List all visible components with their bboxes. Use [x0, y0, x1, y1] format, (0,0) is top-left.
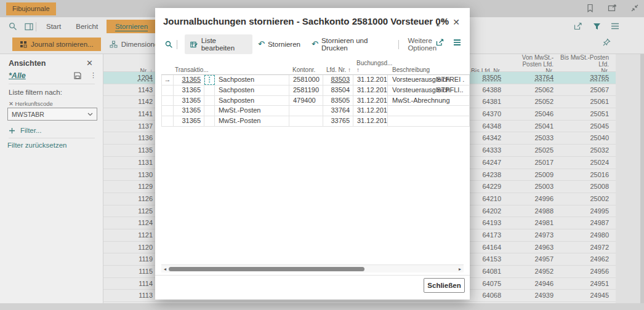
row-options-icon[interactable]	[204, 106, 215, 116]
row-options-icon[interactable]	[204, 96, 215, 106]
col-kontonr[interactable]: Kontonr.	[289, 66, 323, 73]
cell-value[interactable]: 33764	[504, 72, 556, 84]
cell-value[interactable]: 33764	[323, 106, 353, 116]
cell-value	[388, 106, 470, 116]
scrollbar-thumb[interactable]	[169, 267, 364, 271]
cell-value: 24963	[504, 242, 556, 253]
cell-value[interactable]: 31365	[174, 96, 204, 106]
tab-stornieren[interactable]: Stornieren	[107, 20, 156, 33]
open-new-window-icon[interactable]	[608, 4, 617, 13]
share-icon[interactable]	[574, 22, 583, 30]
col-lfd-nr[interactable]: Lfd. Nr. ↑	[323, 66, 353, 73]
cell-value[interactable]: 31365	[174, 116, 204, 126]
cell-value: 31.12.2017	[353, 106, 388, 116]
cell-value: 25002	[556, 193, 611, 205]
schliessen-button[interactable]: Schließen	[424, 278, 465, 293]
scroll-left-icon[interactable]: ◂	[164, 266, 166, 272]
edit-list-button[interactable]: Liste bearbeiten	[185, 34, 252, 54]
tab-bericht[interactable]: Bericht	[68, 23, 105, 30]
cell-value	[289, 106, 323, 116]
filter-field-label[interactable]: ✕ Herkunftscode	[9, 100, 53, 107]
row-options-icon[interactable]	[204, 116, 215, 126]
view-more-icon[interactable]: ⋮	[90, 71, 97, 79]
unpin-filter-pane-icon[interactable]	[603, 38, 611, 46]
list-menu-icon[interactable]	[611, 23, 619, 30]
save-view-icon[interactable]	[74, 72, 81, 79]
col-buchungsdatum[interactable]: Buchungsd...↑	[353, 60, 388, 73]
filter-icon[interactable]	[593, 23, 601, 30]
cell-value: 24939	[504, 290, 556, 301]
cell-value	[161, 96, 174, 106]
list-right-gutter	[616, 54, 640, 303]
reset-filters-link[interactable]: Filter zurücksetzen	[7, 141, 67, 149]
cell-value: 25017	[504, 157, 556, 169]
plus-icon	[9, 127, 15, 134]
dialog-table-row[interactable]: →31365⋮Sachposten25810008350331.12.2017V…	[161, 75, 470, 85]
cell-value[interactable]: 83505	[323, 96, 353, 106]
cell-value[interactable]: 33765	[323, 116, 353, 126]
cell-value: 479400	[289, 96, 323, 106]
dimensions-icon	[110, 41, 118, 48]
search-icon[interactable]	[165, 41, 173, 49]
scroll-right-icon[interactable]: ▸	[459, 266, 461, 272]
tab-start[interactable]: Start	[39, 23, 68, 30]
cell-value: MwSt.-Abrechnung	[388, 96, 470, 106]
cell-value[interactable]: 31365	[174, 75, 204, 85]
stornieren-und-drucken-button[interactable]: ↶ Stornieren und Drucken	[306, 34, 395, 54]
col-beschreibung[interactable]: Beschreibung	[388, 66, 470, 73]
collapse-icon[interactable]	[630, 4, 639, 13]
cell-value[interactable]: 31365	[174, 85, 204, 95]
close-dialog-icon[interactable]: ✕	[453, 17, 460, 27]
bookmark-icon[interactable]	[586, 4, 594, 13]
cell-value: 24987	[556, 217, 611, 229]
vertical-scrollbar[interactable]	[640, 54, 644, 303]
share-icon[interactable]	[436, 39, 445, 46]
dialog-table-row[interactable]: 31365Sachposten4794008350531.12.2017MwSt…	[161, 96, 470, 106]
cell-value: 1126	[103, 193, 155, 205]
add-filter-link[interactable]: Filter...	[9, 127, 42, 134]
cell-value: 24995	[556, 205, 611, 217]
cell-value[interactable]: 83504	[323, 85, 353, 95]
dialog-table-row[interactable]: 31365MwSt.-Posten3376531.12.2017	[161, 116, 470, 127]
cell-value[interactable]: 31365	[174, 106, 204, 116]
cell-value: 31.12.2017	[353, 75, 388, 85]
panel-layout-icon[interactable]	[25, 23, 33, 31]
cell-value: 1125	[103, 205, 155, 217]
journal-stornieren-button[interactable]: Journal stornieren...	[12, 38, 101, 51]
search-icon[interactable]	[9, 22, 17, 31]
cell-value: 24952	[504, 266, 556, 277]
cell-value: 1143	[103, 84, 155, 96]
cell-value[interactable]: 33765	[556, 72, 611, 84]
view-all-link[interactable]: *Alle	[9, 71, 26, 80]
herkunftscode-select[interactable]: MWSTABR	[7, 108, 97, 121]
cell-value[interactable]: 83503	[323, 75, 353, 85]
cell-value: 1120	[103, 242, 155, 253]
cell-value[interactable]: 1204	[103, 72, 155, 84]
cell-value: 25025	[504, 145, 556, 156]
cell-value: 25008	[556, 181, 611, 193]
cell-value: 2581000	[289, 75, 323, 85]
reverse-entries-dialog: Journalbuchungen stornieren - Sachkonto …	[155, 8, 470, 300]
col-transaktionsnr[interactable]: Transaktio...	[174, 66, 204, 73]
horizontal-scrollbar[interactable]: ◂ ▸	[161, 264, 464, 272]
beschreibung-code: : STFREI .	[433, 76, 464, 83]
edit-list-icon	[190, 41, 198, 48]
dialog-table-row[interactable]: 31365Sachposten25811908350431.12.2017Vor…	[161, 85, 470, 96]
expand-dialog-icon[interactable]	[437, 18, 445, 26]
cell-value: Sachposten	[215, 96, 289, 106]
cell-value: 24956	[556, 266, 611, 277]
list-menu-icon[interactable]	[453, 39, 461, 46]
divider	[9, 84, 95, 84]
stornieren-button[interactable]: ↶ Stornieren	[252, 38, 306, 50]
cell-value: Vorsteuerausgleich: STFREI .	[388, 75, 470, 85]
row-options-icon[interactable]: ⋮	[204, 75, 215, 85]
cell-value: 1124	[103, 217, 155, 229]
undo-icon: ↶	[258, 41, 265, 47]
cell-value	[161, 116, 174, 126]
page-title-chip[interactable]: Fibujournale	[6, 2, 56, 15]
row-options-icon[interactable]	[204, 85, 215, 95]
close-filter-pane-icon[interactable]: ✕	[86, 58, 93, 68]
cell-value: 1121	[103, 229, 155, 241]
cell-value: 1135	[103, 145, 155, 156]
dialog-table-row[interactable]: 31365MwSt.-Posten3376431.12.2017	[161, 106, 470, 116]
